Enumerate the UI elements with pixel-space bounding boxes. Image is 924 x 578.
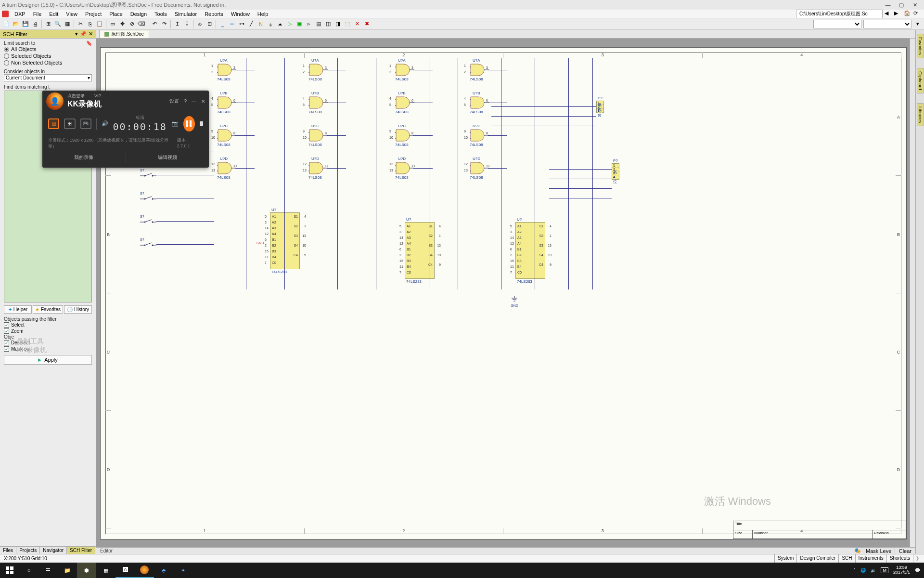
tool-crossprobe[interactable]: ⎋ — [195, 20, 204, 28]
helper-button[interactable]: ✦Helper — [4, 305, 32, 314]
recorder-close-icon[interactable]: ✕ — [201, 99, 205, 104]
and-gate[interactable]: U?B45674LS08 — [217, 96, 236, 109]
tray-ime[interactable]: M — [881, 567, 888, 573]
recorder-login-link[interactable]: 点击登录 — [67, 93, 85, 98]
tool-bus-entry[interactable]: ╱ — [247, 20, 256, 28]
recorder-minimize-icon[interactable]: — — [192, 99, 196, 104]
tool-sheet-symbol[interactable]: ▣ — [295, 20, 304, 28]
tray-notifications-icon[interactable]: 💬 — [915, 568, 920, 573]
menu-simulator[interactable]: Simulator — [171, 10, 201, 18]
tool-copy[interactable]: ⎘ — [86, 20, 94, 28]
recorder-help-icon[interactable]: ? — [184, 99, 187, 104]
menu-help[interactable]: Help — [254, 10, 272, 18]
maximize-button[interactable]: ▢ — [898, 1, 905, 8]
tool-deselect[interactable]: ⊘ — [128, 20, 136, 28]
dock-favorites[interactable]: Favorites — [917, 34, 924, 58]
tool-gnd[interactable]: ⏚ — [266, 20, 275, 28]
menu-design[interactable]: Design — [127, 10, 151, 18]
tool-browse[interactable]: ⊡ — [205, 20, 214, 28]
tray-network-icon[interactable]: 🌐 — [860, 568, 866, 573]
taskbar-cortana[interactable]: ○ — [19, 563, 38, 578]
apply-button[interactable]: ▶Apply — [4, 355, 92, 365]
menu-window[interactable]: Window — [227, 10, 254, 18]
tool-harness-entry[interactable]: ◨ — [334, 20, 342, 28]
toolbar-combo-2[interactable] — [863, 20, 911, 28]
tool-redo[interactable]: ↷ — [160, 20, 168, 28]
switch[interactable]: S? — [140, 173, 156, 179]
ic-74ls283[interactable]: U?74LS283A15A23A314A412B16B22B315B411C07… — [270, 212, 300, 269]
tool-generic-no-erc[interactable]: ✖ — [362, 20, 371, 28]
recorder-mode-window[interactable]: ⊞ — [64, 118, 75, 129]
ic-74ls283[interactable]: U?74LS283A15A23A314A412B16B22B315B411C07… — [515, 222, 545, 279]
radio-selected-objects[interactable]: Selected Objects — [4, 53, 92, 59]
clear-button[interactable]: Clear — [895, 548, 915, 554]
and-gate[interactable]: U?B45674LS08 — [470, 96, 489, 109]
dock-clipboard[interactable]: Clipboard — [917, 68, 924, 93]
minimize-button[interactable]: — — [885, 1, 891, 8]
status-instruments[interactable]: Instruments — [855, 554, 886, 563]
and-gate[interactable]: U?D12131174LS08 — [217, 161, 236, 175]
tool-clear[interactable]: ⌫ — [137, 20, 146, 28]
switch[interactable]: S? — [140, 196, 156, 202]
switch[interactable]: S? — [140, 219, 156, 225]
connector[interactable]: P?1234高4位 — [612, 163, 619, 180]
tool-wire[interactable]: ⎯ — [218, 20, 227, 28]
taskbar-altium[interactable]: 🅰 — [116, 563, 135, 578]
tool-hierarchy-up[interactable]: ↥ — [173, 20, 181, 28]
and-gate[interactable]: U?D12131174LS08 — [308, 161, 328, 175]
tab-files[interactable]: Files — [0, 547, 16, 554]
tool-print[interactable]: 🖨 — [31, 20, 39, 28]
panel-close-icon[interactable]: ✕ — [89, 31, 93, 37]
close-button[interactable]: ✕ — [911, 1, 918, 8]
favorites-button[interactable]: ★Favorites — [33, 305, 63, 314]
tool-device-sheet[interactable]: ▤ — [314, 20, 323, 28]
filter-funnel-icon[interactable]: 🔖 — [86, 40, 92, 46]
and-gate[interactable]: U?D12131174LS08 — [395, 161, 414, 175]
menu-reports[interactable]: Reports — [201, 10, 227, 18]
start-button[interactable] — [0, 563, 19, 578]
tool-zoom-fit[interactable]: ⊞ — [44, 20, 52, 28]
connector[interactable]: P?123低四位 — [596, 101, 604, 113]
menu-tools[interactable]: Tools — [151, 10, 171, 18]
tab-projects[interactable]: Projects — [16, 547, 40, 554]
status-design-compiler[interactable]: Design Compiler — [796, 554, 838, 563]
recorder-vip[interactable]: VIP — [94, 93, 102, 98]
recorder-volume-icon[interactable]: 🔊 — [102, 120, 108, 127]
menu-file[interactable]: File — [29, 10, 46, 18]
status-more[interactable]: 》 — [913, 554, 924, 563]
tool-move[interactable]: ✥ — [118, 20, 127, 28]
gnd-symbol[interactable]: GND — [511, 294, 518, 304]
tool-open[interactable]: 📂 — [12, 20, 20, 28]
and-gate[interactable]: U?D12131174LS08 — [470, 161, 489, 175]
tool-extra-1[interactable]: ▾ — [913, 20, 922, 28]
vscrollbar[interactable] — [910, 39, 915, 547]
recorder-edit-video[interactable]: 编辑视频 — [126, 152, 209, 163]
taskbar-taskview[interactable]: ☰ — [38, 563, 58, 578]
editor-tab[interactable]: Editor — [96, 548, 113, 553]
menu-view[interactable]: View — [62, 10, 81, 18]
taskbar-explorer[interactable]: 📁 — [58, 563, 77, 578]
check-select[interactable]: Select — [4, 322, 92, 328]
and-gate[interactable]: U?B45674LS08 — [395, 96, 414, 109]
tab-navigator[interactable]: Navigator — [40, 547, 67, 554]
tab-sch-filter[interactable]: SCH Filter — [67, 547, 95, 554]
and-gate[interactable]: U?A12374LS08 — [308, 63, 328, 77]
nav-back-icon[interactable]: ◀ — [885, 10, 892, 18]
recorder-mode-game[interactable]: 🎮 — [80, 118, 91, 129]
and-gate[interactable]: U?B45674LS08 — [308, 96, 328, 109]
and-gate[interactable]: U?C910874LS08 — [308, 129, 328, 142]
tool-sheet-entry[interactable]: ▹ — [305, 20, 313, 28]
tool-bus[interactable]: ═ — [228, 20, 236, 28]
taskbar-app-2[interactable]: ▦ — [96, 563, 116, 578]
taskbar-app-4[interactable]: ✦ — [173, 563, 192, 578]
and-gate[interactable]: U?A12374LS08 — [470, 63, 489, 77]
dock-libraries[interactable]: Libraries — [917, 103, 924, 127]
tray-volume-icon[interactable]: 🔉 — [871, 568, 876, 573]
status-shortcuts[interactable]: Shortcuts — [886, 554, 913, 563]
tool-vcc[interactable]: ⏶ — [276, 20, 284, 28]
taskbar-app-1[interactable]: ⬢ — [77, 563, 96, 578]
panel-menu-icon[interactable]: ▾ — [75, 31, 78, 37]
mask-level-label[interactable]: Mask Level — [864, 548, 895, 554]
recorder-screenshot-icon[interactable]: 📷 — [172, 120, 179, 127]
and-gate[interactable]: U?C910874LS08 — [395, 129, 414, 142]
